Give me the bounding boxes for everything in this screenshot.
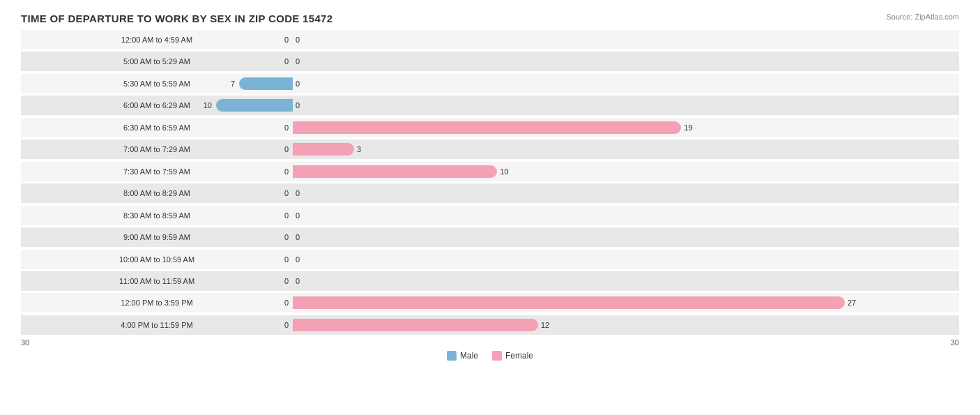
- female-value: 0: [296, 80, 300, 88]
- time-label: 5:00 AM to 5:29 AM: [118, 57, 196, 66]
- female-value: 10: [500, 167, 508, 176]
- male-color-swatch: [447, 351, 457, 361]
- time-label: 7:00 AM to 7:29 AM: [118, 145, 196, 153]
- table-row: 07:30 AM to 7:59 AM10: [21, 162, 959, 181]
- male-value: 0: [284, 167, 289, 176]
- table-row: 012:00 AM to 4:59 AM0: [21, 30, 959, 50]
- table-row: 09:00 AM to 9:59 AM0: [21, 227, 959, 247]
- female-color-swatch: [492, 351, 502, 361]
- left-section: 08:00 AM to 8:29 AM: [21, 183, 293, 203]
- time-label: 4:00 PM to 11:59 PM: [115, 321, 198, 329]
- female-value: 0: [296, 255, 300, 264]
- source-text: Source: ZipAtlas.com: [886, 13, 959, 21]
- table-row: 04:00 PM to 11:59 PM12: [21, 315, 959, 335]
- female-value: 0: [296, 189, 300, 197]
- female-value: 3: [357, 145, 361, 153]
- right-section: 12: [293, 315, 959, 335]
- chart-title: TIME OF DEPARTURE TO WORK BY SEX IN ZIP …: [21, 13, 959, 24]
- male-value: 0: [284, 255, 289, 264]
- female-value: 0: [296, 57, 300, 66]
- axis-left: 30: [21, 338, 29, 347]
- right-section: 0: [293, 96, 959, 115]
- time-label: 6:00 AM to 6:29 AM: [118, 101, 196, 110]
- time-label: 8:30 AM to 8:59 AM: [118, 211, 196, 220]
- female-bar: [293, 121, 681, 134]
- table-row: 010:00 AM to 10:59 AM0: [21, 250, 959, 269]
- time-label: 7:30 AM to 7:59 AM: [118, 167, 196, 176]
- table-row: 011:00 AM to 11:59 AM0: [21, 271, 959, 291]
- left-section: 06:30 AM to 6:59 AM: [21, 118, 293, 137]
- legend-male-label: Male: [460, 351, 478, 361]
- table-row: 08:00 AM to 8:29 AM0: [21, 183, 959, 203]
- legend: Male Female: [21, 351, 959, 361]
- time-label: 11:00 AM to 11:59 AM: [114, 277, 200, 285]
- male-value: 0: [284, 211, 289, 220]
- male-value: 0: [284, 57, 289, 66]
- right-section: 0: [293, 74, 959, 93]
- table-row: 05:00 AM to 5:29 AM0: [21, 52, 959, 71]
- male-value: 0: [284, 123, 289, 132]
- table-row: 106:00 AM to 6:29 AM0: [21, 96, 959, 115]
- left-section: 012:00 AM to 4:59 AM: [21, 30, 293, 50]
- female-value: 0: [296, 101, 300, 110]
- legend-male: Male: [447, 351, 478, 361]
- male-bar: [239, 77, 293, 90]
- right-section: 0: [293, 271, 959, 291]
- table-row: 07:00 AM to 7:29 AM3: [21, 139, 959, 159]
- male-value: 7: [231, 80, 235, 88]
- female-value: 0: [296, 233, 300, 241]
- left-section: 09:00 AM to 9:59 AM: [21, 227, 293, 247]
- right-section: 0: [293, 30, 959, 50]
- time-label: 5:30 AM to 5:59 AM: [118, 80, 196, 88]
- time-label: 8:00 AM to 8:29 AM: [118, 189, 196, 197]
- female-bar: [293, 165, 497, 178]
- time-label: 9:00 AM to 9:59 AM: [118, 233, 196, 241]
- left-section: 07:30 AM to 7:59 AM: [21, 162, 293, 181]
- male-value: 0: [284, 145, 289, 153]
- female-value: 0: [296, 211, 300, 220]
- legend-female-label: Female: [505, 351, 533, 361]
- male-value: 0: [284, 299, 289, 307]
- male-value: 0: [284, 36, 289, 44]
- female-bar: [293, 319, 538, 331]
- legend-female: Female: [492, 351, 533, 361]
- right-section: 0: [293, 227, 959, 247]
- male-value: 0: [284, 277, 289, 285]
- right-section: 27: [293, 293, 959, 312]
- table-row: 75:30 AM to 5:59 AM0: [21, 74, 959, 93]
- right-section: 10: [293, 162, 959, 181]
- time-label: 10:00 AM to 10:59 AM: [114, 255, 200, 264]
- left-section: 08:30 AM to 8:59 AM: [21, 206, 293, 225]
- time-label: 12:00 AM to 4:59 AM: [116, 36, 198, 44]
- left-section: 75:30 AM to 5:59 AM: [21, 74, 293, 93]
- right-section: 0: [293, 250, 959, 269]
- chart-area: 012:00 AM to 4:59 AM005:00 AM to 5:29 AM…: [21, 30, 959, 356]
- table-row: 012:00 PM to 3:59 PM27: [21, 293, 959, 312]
- female-bar: [293, 296, 845, 309]
- female-value: 0: [296, 36, 300, 44]
- axis-right: 30: [951, 338, 959, 347]
- male-value: 0: [284, 233, 289, 241]
- female-value: 12: [541, 321, 549, 329]
- male-value: 10: [204, 101, 212, 110]
- female-value: 0: [296, 277, 300, 285]
- right-section: 3: [293, 139, 959, 159]
- table-row: 08:30 AM to 8:59 AM0: [21, 206, 959, 225]
- male-value: 0: [284, 189, 289, 197]
- table-row: 06:30 AM to 6:59 AM19: [21, 118, 959, 137]
- right-section: 19: [293, 118, 959, 137]
- right-section: 0: [293, 206, 959, 225]
- female-bar: [293, 143, 354, 156]
- left-section: 011:00 AM to 11:59 AM: [21, 271, 293, 291]
- left-section: 07:00 AM to 7:29 AM: [21, 139, 293, 159]
- axis-labels: 30 30: [21, 338, 959, 347]
- rows-container: 012:00 AM to 4:59 AM005:00 AM to 5:29 AM…: [21, 30, 959, 335]
- left-section: 04:00 PM to 11:59 PM: [21, 315, 293, 335]
- female-value: 19: [684, 123, 692, 132]
- left-section: 012:00 PM to 3:59 PM: [21, 293, 293, 312]
- male-value: 0: [284, 321, 289, 329]
- female-value: 27: [848, 299, 856, 307]
- time-label: 6:30 AM to 6:59 AM: [118, 123, 196, 132]
- chart-container: TIME OF DEPARTURE TO WORK BY SEX IN ZIP …: [0, 0, 980, 415]
- left-section: 05:00 AM to 5:29 AM: [21, 52, 293, 71]
